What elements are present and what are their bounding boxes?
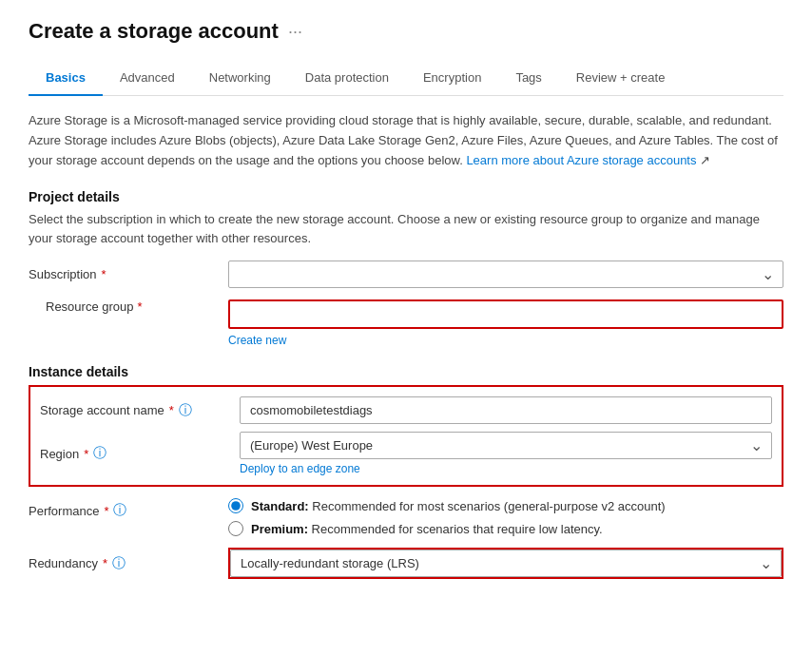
region-info-icon[interactable]: ⓘ: [93, 445, 106, 462]
project-details-section: Project details Select the subscription …: [29, 189, 783, 347]
instance-details-section: Instance details Storage account name * …: [29, 364, 783, 579]
performance-premium-option[interactable]: Premium: Recommended for scenarios that …: [228, 521, 783, 536]
tab-bar: Basics Advanced Networking Data protecti…: [29, 61, 783, 96]
tab-tags[interactable]: Tags: [498, 61, 558, 96]
performance-info-icon[interactable]: ⓘ: [113, 502, 126, 519]
resource-group-field-wrapper: Create new: [228, 299, 783, 347]
resource-group-required: *: [138, 299, 143, 314]
learn-more-link[interactable]: Learn more about Azure storage accounts: [466, 153, 696, 167]
performance-options: Standard: Recommended for most scenarios…: [228, 498, 783, 536]
redundancy-row: Redundancy * ⓘ Locally-redundant storage…: [29, 548, 783, 579]
project-details-title: Project details: [29, 189, 783, 204]
resource-group-label: Resource group *: [29, 299, 228, 314]
subscription-select-wrapper: [228, 260, 783, 288]
project-details-desc: Select the subscription in which to crea…: [29, 210, 783, 247]
subscription-select[interactable]: [228, 260, 783, 288]
tab-encryption[interactable]: Encryption: [406, 61, 498, 96]
performance-row: Performance * ⓘ Standard: Recommended fo…: [29, 498, 783, 536]
region-row: Region * ⓘ (Europe) West Europe East US …: [40, 432, 772, 475]
redundancy-info-icon[interactable]: ⓘ: [112, 555, 126, 572]
region-field-wrapper: (Europe) West Europe East US West US Dep…: [240, 432, 772, 475]
storage-account-name-input[interactable]: [240, 396, 772, 424]
storage-name-label: Storage account name * ⓘ: [40, 402, 240, 419]
performance-standard-option[interactable]: Standard: Recommended for most scenarios…: [228, 498, 783, 513]
instance-highlight-box: Storage account name * ⓘ Region * ⓘ (Eur…: [29, 385, 783, 487]
deploy-edge-link[interactable]: Deploy to an edge zone: [240, 462, 772, 475]
region-select-wrapper: (Europe) West Europe East US West US: [240, 432, 772, 459]
subscription-row: Subscription *: [29, 260, 783, 288]
page-description: Azure Storage is a Microsoft-managed ser…: [29, 111, 783, 170]
region-select[interactable]: (Europe) West Europe East US West US: [240, 432, 772, 459]
tab-advanced[interactable]: Advanced: [103, 61, 192, 96]
page-title-row: Create a storage account ···: [29, 19, 783, 44]
storage-name-info-icon[interactable]: ⓘ: [179, 402, 192, 419]
external-link-icon: ↗: [700, 153, 710, 167]
redundancy-select[interactable]: Locally-redundant storage (LRS) Zone-red…: [230, 550, 782, 577]
performance-standard-radio[interactable]: [228, 498, 243, 513]
more-options-icon[interactable]: ···: [288, 22, 302, 42]
tab-basics[interactable]: Basics: [29, 61, 103, 96]
region-label: Region * ⓘ: [40, 445, 240, 462]
create-new-link[interactable]: Create new: [228, 334, 286, 347]
redundancy-label: Redundancy * ⓘ: [29, 555, 228, 572]
performance-premium-label: Premium: Recommended for scenarios that …: [251, 522, 603, 536]
performance-label: Performance * ⓘ: [29, 498, 228, 519]
performance-standard-label: Standard: Recommended for most scenarios…: [251, 499, 666, 513]
resource-group-input[interactable]: [228, 299, 783, 329]
storage-name-field-wrapper: [240, 396, 772, 424]
tab-networking[interactable]: Networking: [192, 61, 288, 96]
redundancy-select-wrapper: Locally-redundant storage (LRS) Zone-red…: [228, 548, 783, 579]
instance-details-title: Instance details: [29, 364, 783, 379]
tab-review-create[interactable]: Review + create: [559, 61, 683, 96]
performance-premium-radio[interactable]: [228, 521, 243, 536]
subscription-label: Subscription *: [29, 267, 228, 281]
page-title: Create a storage account: [29, 19, 279, 44]
subscription-required: *: [102, 267, 106, 281]
resource-group-row: Resource group * Create new: [29, 299, 783, 347]
tab-data-protection[interactable]: Data protection: [288, 61, 406, 96]
storage-name-row: Storage account name * ⓘ: [40, 396, 772, 424]
